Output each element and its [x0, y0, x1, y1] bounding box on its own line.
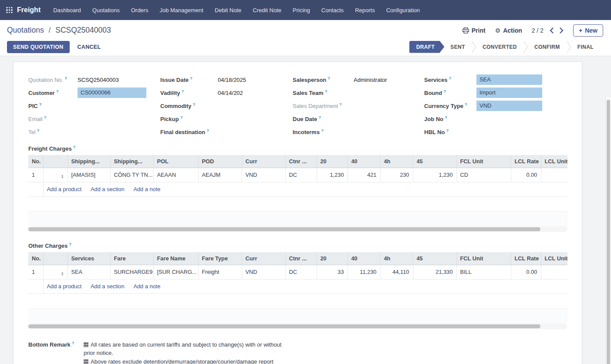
status-sent[interactable]: SENT: [444, 41, 471, 53]
nav-item-dashboard[interactable]: Dashboard: [47, 0, 87, 20]
help-icon[interactable]: ?: [446, 128, 449, 133]
add-product-link[interactable]: Add a product: [47, 283, 82, 290]
nav-item-pricing[interactable]: Pricing: [287, 0, 316, 20]
bound-select[interactable]: Import: [476, 88, 542, 98]
nav-item-debit-note[interactable]: Debit Note: [209, 0, 247, 20]
other-charges-title: Other Charges?: [28, 242, 567, 249]
col-45: 45: [413, 252, 456, 265]
nav-item-reports[interactable]: Reports: [349, 0, 381, 20]
help-icon[interactable]: ?: [182, 89, 184, 94]
bottom-remark-editor[interactable]: All rates are based on current tariffs a…: [84, 340, 289, 364]
add-product-link[interactable]: Add a product: [47, 186, 82, 192]
field-quotation-no: Quotation No.? SCSQ25040003: [28, 73, 160, 86]
help-icon[interactable]: ?: [449, 76, 452, 81]
nav-item-orders[interactable]: Orders: [125, 0, 154, 20]
issue-date-input[interactable]: 04/18/2025: [218, 77, 246, 83]
add-section-link[interactable]: Add a section: [91, 186, 125, 192]
help-icon[interactable]: ?: [39, 102, 42, 107]
vertical-scrollbar[interactable]: [605, 97, 611, 364]
cancel-button[interactable]: CANCEL: [78, 44, 101, 50]
salesperson-input[interactable]: Administrator: [354, 77, 387, 83]
freight-charges-table: No. Shipping... Shipping... POL POD Curr…: [28, 155, 567, 197]
pager-next-button[interactable]: [560, 27, 564, 34]
col-fare: Fare: [110, 252, 153, 265]
print-button[interactable]: Print: [462, 27, 486, 34]
help-icon[interactable]: ?: [190, 76, 192, 81]
col-handle: [43, 155, 68, 168]
help-icon[interactable]: ?: [64, 76, 67, 81]
freight-row-1[interactable]: 1 ▲▼ [AMASIS] CÔNG TY TN... AEAAN AEAJM …: [28, 168, 567, 182]
help-icon[interactable]: ?: [321, 128, 324, 133]
quotation-no-value[interactable]: SCSQ25040003: [78, 77, 119, 83]
top-navbar: Freight Dashboard Quotations Orders Job …: [0, 0, 611, 20]
currency-type-select[interactable]: VND: [476, 101, 542, 111]
new-button[interactable]: + New: [573, 24, 603, 37]
field-final-destination: Final destination?: [160, 125, 293, 138]
empty-row: [28, 212, 567, 226]
help-icon[interactable]: ?: [193, 102, 196, 107]
col-20: 20: [317, 252, 348, 265]
nav-item-quotations[interactable]: Quotations: [87, 0, 125, 20]
justify-lines-icon: [84, 342, 88, 347]
action-button[interactable]: ⚙ Action: [495, 27, 522, 34]
nav-item-credit-note[interactable]: Credit Note: [247, 0, 287, 20]
breadcrumb: Quotations / SCSQ25040003: [7, 26, 111, 35]
customer-input[interactable]: CS0000066: [78, 88, 146, 98]
other-h-scrollbar[interactable]: [28, 324, 567, 329]
help-icon[interactable]: ?: [180, 115, 183, 120]
apps-grid-icon[interactable]: [6, 7, 13, 13]
v-scrollbar-thumb[interactable]: [607, 100, 610, 364]
col-services: Services: [68, 252, 110, 265]
field-hbl-no: HBL No?: [424, 125, 568, 138]
help-icon[interactable]: ?: [44, 115, 47, 120]
status-final[interactable]: FINAL: [571, 41, 600, 53]
help-icon[interactable]: ?: [69, 242, 71, 246]
remark-line: All rates are based on current tariffs a…: [84, 340, 289, 357]
col-fare-type: Fare Type: [198, 252, 242, 265]
help-icon[interactable]: ?: [56, 89, 59, 94]
col-lcl-rate: LCL Rate: [511, 252, 541, 265]
h-scrollbar-thumb[interactable]: [28, 227, 540, 231]
help-icon[interactable]: ?: [72, 340, 74, 345]
status-pipeline: DRAFT SENT CONVERTED CONFIRM FINAL: [409, 41, 600, 53]
add-note-link[interactable]: Add a note: [133, 283, 160, 290]
field-vadility: Vadility? 04/14/2025: [160, 86, 293, 99]
plus-icon: +: [579, 27, 582, 34]
nav-item-configuration[interactable]: Configuration: [381, 0, 425, 20]
help-icon[interactable]: ?: [318, 115, 321, 120]
pager-prev-button[interactable]: [550, 27, 554, 34]
help-icon[interactable]: ?: [445, 115, 447, 120]
col-4h: 4h: [380, 252, 413, 265]
drag-handle-icon[interactable]: ▲▼: [61, 174, 64, 179]
help-icon[interactable]: ?: [73, 145, 76, 149]
app-name[interactable]: Freight: [17, 6, 41, 14]
freight-h-scrollbar[interactable]: [28, 226, 567, 232]
help-icon[interactable]: ?: [443, 89, 446, 94]
help-icon[interactable]: ?: [339, 102, 342, 107]
status-confirm[interactable]: CONFIRM: [528, 41, 566, 53]
send-quotation-button[interactable]: SEND QUOTATION: [7, 41, 70, 53]
app-brand[interactable]: Freight: [0, 0, 47, 20]
vadility-input[interactable]: 04/14/2025: [218, 90, 243, 96]
services-select[interactable]: SEA: [476, 74, 542, 85]
add-section-link[interactable]: Add a section: [91, 283, 125, 290]
other-row-1[interactable]: 1 ▲▼ SEA SURCHARGE9 [SUR CHARG... Freigh…: [28, 265, 567, 279]
control-panel-actions: Print ⚙ Action 2 / 2 + New: [462, 24, 603, 37]
help-icon[interactable]: ?: [327, 76, 330, 81]
status-draft[interactable]: DRAFT: [409, 41, 445, 53]
breadcrumb-quotations-link[interactable]: Quotations: [7, 26, 44, 34]
nav-item-job-management[interactable]: Job Management: [154, 0, 209, 20]
help-icon[interactable]: ?: [206, 128, 209, 133]
help-icon[interactable]: ?: [465, 102, 467, 107]
col-fcl-unit: FCL Unit: [456, 155, 511, 168]
help-icon[interactable]: ?: [37, 128, 40, 133]
col-20: 20: [317, 155, 348, 168]
other-header-row: No. Services Fare Fare Name Fare Type Cu…: [28, 252, 567, 265]
nav-item-contacts[interactable]: Contacts: [316, 0, 349, 20]
h-scrollbar-thumb[interactable]: [28, 324, 540, 328]
help-icon[interactable]: ?: [325, 89, 327, 94]
drag-handle-icon[interactable]: ▲▼: [61, 271, 64, 276]
add-note-link[interactable]: Add a note: [133, 186, 160, 192]
status-converted[interactable]: CONVERTED: [476, 41, 523, 53]
pager-count: 2 / 2: [532, 27, 543, 34]
